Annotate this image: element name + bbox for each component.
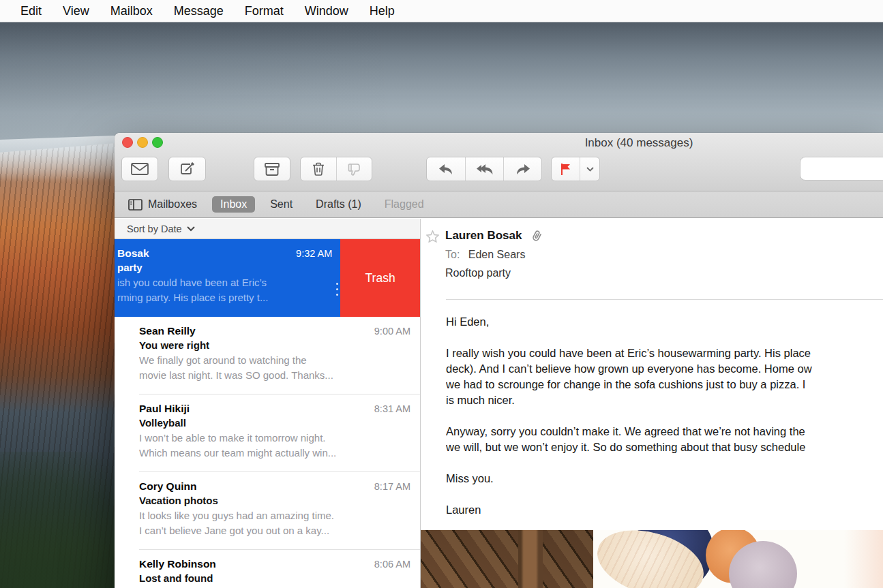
message-preview: ish you could have been at Eric’s rming …	[117, 275, 332, 305]
message-subject: Vacation photos	[139, 495, 410, 506]
menu-message[interactable]: Message	[174, 4, 224, 18]
tab-flagged[interactable]: Flagged	[376, 196, 432, 213]
sort-label: Sort by Date	[127, 223, 182, 234]
reply-all-icon	[476, 164, 494, 175]
message-preview: I won’t be able to make it tomorrow nigh…	[139, 431, 410, 460]
attachment-paperclip-icon	[531, 230, 543, 242]
menu-view[interactable]: View	[63, 4, 89, 18]
trash-junk-group	[300, 157, 372, 181]
menu-mailbox[interactable]: Mailbox	[110, 4, 153, 18]
photo-wood-post	[518, 530, 543, 588]
reply-all-button[interactable]	[465, 157, 503, 181]
body-line: deck). And I can’t believe how grown up …	[446, 361, 883, 377]
zoom-button[interactable]	[152, 137, 163, 148]
body-line: Hi Eden,	[446, 314, 883, 330]
photo-haze	[844, 530, 883, 588]
flag-menu-button[interactable]	[580, 157, 599, 181]
message-sender: Bosak	[117, 247, 149, 260]
mailboxes-label: Mailboxes	[148, 198, 197, 211]
message-time: 8:06 AM	[374, 559, 410, 570]
search-input[interactable]	[800, 157, 883, 181]
message-sender: Sean Reilly	[139, 325, 196, 337]
flag-group	[551, 157, 600, 181]
message-sender: Cory Quinn	[139, 480, 196, 493]
message-time: 8:31 AM	[374, 403, 410, 414]
menu-format[interactable]: Format	[245, 4, 284, 18]
tab-inbox[interactable]: Inbox	[212, 196, 255, 213]
message-header: Lauren Bosak To: Eden Sears Rooftop part…	[421, 219, 883, 279]
message-body: Hi Eden, I really wish you could have be…	[421, 300, 883, 518]
mail-window: Inbox (40 messages)	[115, 133, 883, 588]
message-sender: Paul Hikiji	[139, 403, 190, 415]
message-row[interactable]: Cory Quinn 8:17 AM Vacation photos It lo…	[115, 472, 420, 550]
minimize-button[interactable]	[137, 137, 148, 148]
swipe-handle[interactable]	[336, 283, 338, 285]
reply-icon	[438, 164, 453, 175]
delete-button[interactable]	[301, 157, 336, 181]
message-preview: It looks like you guys had an amazing ti…	[139, 508, 410, 538]
body-line: we will, but we won’t enjoy it. So do so…	[446, 439, 883, 455]
tab-drafts[interactable]: Drafts (1)	[308, 196, 370, 213]
message-row-swiped[interactable]: Bosak 9:32 AM party ish you could have b…	[115, 239, 420, 317]
get-mail-button[interactable]	[121, 157, 158, 181]
archive-icon	[265, 163, 280, 176]
chevron-down-icon	[586, 167, 594, 172]
photo-wood-deck	[421, 530, 593, 588]
swipe-trash-button[interactable]: Trash	[340, 239, 420, 317]
menu-window[interactable]: Window	[305, 4, 348, 18]
mailboxes-sidebar-icon	[128, 199, 143, 211]
favorites-bar: Mailboxes Inbox Sent Drafts (1) Flagged	[115, 191, 883, 218]
archive-button[interactable]	[254, 157, 290, 181]
forward-icon	[515, 164, 530, 175]
attachment-photo[interactable]	[421, 530, 883, 588]
reply-group	[426, 157, 542, 181]
reading-pane: Lauren Bosak To: Eden Sears Rooftop part…	[421, 219, 883, 588]
message-row-content[interactable]: Bosak 9:32 AM party ish you could have b…	[115, 239, 340, 317]
desktop: Edit View Mailbox Message Format Window …	[0, 0, 883, 588]
envelope-icon	[131, 163, 149, 175]
body-line: Lauren	[446, 502, 883, 518]
message-row[interactable]: Sean Reilly 9:00 AM You were right We fi…	[115, 317, 420, 394]
star-icon[interactable]	[426, 230, 439, 243]
sort-chevron-icon	[187, 226, 195, 232]
message-sender: Kelly Robinson	[139, 558, 216, 570]
flag-icon	[560, 163, 571, 176]
close-button[interactable]	[122, 137, 133, 148]
reply-button[interactable]	[427, 157, 465, 181]
traffic-lights	[122, 137, 163, 148]
to-label: To:	[445, 249, 460, 260]
message-subject: Volleyball	[139, 417, 410, 429]
window-content: Sort by Date Bosak 9:32 AM party	[115, 219, 883, 588]
body-line: Anyway, sorry you couldn’t make it. We a…	[446, 424, 883, 439]
menu-help[interactable]: Help	[370, 4, 395, 18]
message-subject: You were right	[139, 339, 410, 351]
message-row[interactable]: Paul Hikiji 8:31 AM Volleyball I won’t b…	[115, 394, 420, 472]
sort-control[interactable]: Sort by Date	[115, 219, 420, 239]
message-time: 9:32 AM	[296, 248, 332, 259]
message-subject: Lost and found	[139, 572, 410, 584]
junk-button[interactable]	[336, 157, 372, 181]
body-line: Miss you.	[446, 471, 883, 486]
message-row[interactable]: Kelly Robinson 8:06 AM Lost and found	[115, 550, 420, 588]
message-preview: We finally got around to watching the mo…	[139, 353, 410, 382]
mailboxes-toggle[interactable]: Mailboxes	[128, 198, 197, 211]
message-list-pane: Sort by Date Bosak 9:32 AM party	[115, 219, 421, 588]
trash-icon	[312, 162, 325, 176]
body-line: we had to scrounge for change in the sof…	[446, 377, 883, 392]
message-to: Eden Sears	[468, 249, 526, 260]
message-time: 9:00 AM	[374, 326, 410, 337]
compose-icon	[180, 161, 195, 176]
window-title: Inbox (40 messages)	[585, 136, 693, 150]
flag-button[interactable]	[552, 157, 580, 181]
message-time: 8:17 AM	[374, 481, 410, 492]
menu-edit[interactable]: Edit	[20, 4, 42, 18]
compose-button[interactable]	[168, 157, 206, 181]
body-line: I really wish you could have been at Eri…	[446, 345, 883, 361]
tab-sent[interactable]: Sent	[262, 196, 301, 213]
body-line: is much nicer.	[446, 392, 883, 408]
message-from: Lauren Bosak	[445, 229, 522, 243]
forward-button[interactable]	[503, 157, 541, 181]
window-chrome: Inbox (40 messages)	[115, 133, 883, 191]
message-subject: party	[117, 262, 332, 273]
menu-bar: Edit View Mailbox Message Format Window …	[0, 0, 883, 22]
